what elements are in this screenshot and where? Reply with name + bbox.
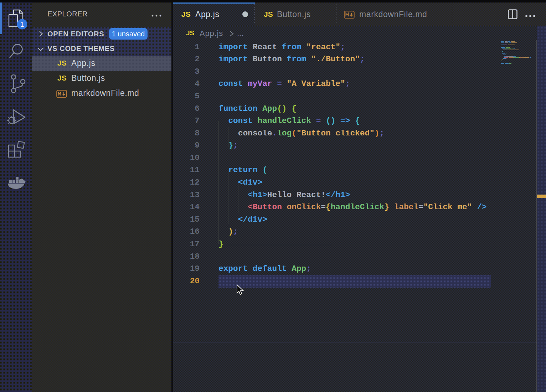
svg-text:1: 1: [20, 21, 24, 28]
